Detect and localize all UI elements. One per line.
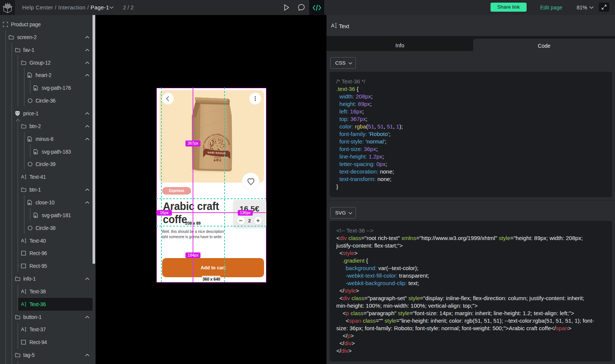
svg-text:SINCE 1990: SINCE 1990	[214, 157, 221, 158]
svg-text:A: A	[21, 302, 24, 307]
svg-text:A: A	[21, 174, 24, 180]
svg-text:A: A	[331, 23, 335, 29]
svg-text:A: A	[21, 238, 24, 243]
svg-text:A: A	[21, 327, 24, 332]
svg-text:A: A	[21, 289, 24, 294]
